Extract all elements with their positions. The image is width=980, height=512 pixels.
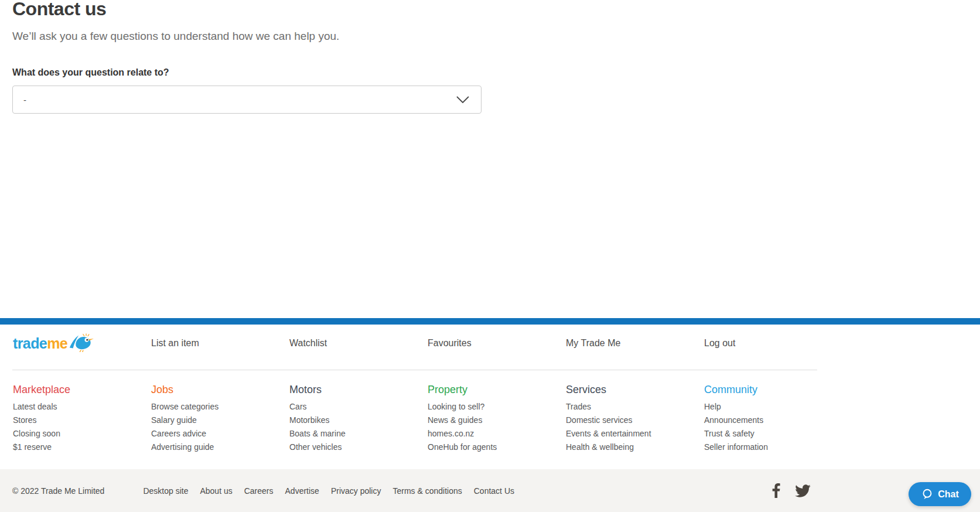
footer-link-boats-marine[interactable]: Boats & marine bbox=[289, 429, 428, 438]
footer-column-heading-property[interactable]: Property bbox=[428, 384, 467, 396]
footer-link-advertising-guide[interactable]: Advertising guide bbox=[151, 443, 289, 451]
footer-column-marketplace: Marketplace Latest deals Stores Closing … bbox=[13, 384, 151, 456]
page-subtitle: We’ll ask you a few questions to underst… bbox=[12, 29, 339, 43]
footer-accent-bar bbox=[0, 318, 980, 325]
footer-link-trades[interactable]: Trades bbox=[566, 402, 704, 411]
kiwi-icon bbox=[67, 334, 94, 352]
footer-nav-my-trade-me[interactable]: My Trade Me bbox=[566, 338, 704, 349]
footer-column-heading-jobs[interactable]: Jobs bbox=[151, 384, 173, 396]
footer-columns: Marketplace Latest deals Stores Closing … bbox=[13, 384, 842, 456]
logo-text-me: me bbox=[47, 334, 67, 352]
footer-link-announcements[interactable]: Announcements bbox=[704, 416, 842, 424]
footer-column-heading-services[interactable]: Services bbox=[566, 384, 606, 396]
footer-nav-favourites[interactable]: Favourites bbox=[428, 338, 566, 349]
footer-column-heading-community[interactable]: Community bbox=[704, 384, 757, 396]
footer: trademe List an item Watchlist Favourite… bbox=[0, 325, 980, 469]
bottom-link-advertise[interactable]: Advertise bbox=[285, 486, 319, 496]
chat-button[interactable]: Chat bbox=[909, 482, 971, 506]
footer-divider bbox=[12, 370, 817, 370]
footer-bottom-bar: © 2022 Trade Me Limited Desktop site Abo… bbox=[0, 469, 980, 512]
footer-nav-log-out[interactable]: Log out bbox=[704, 338, 842, 349]
footer-link-homes-co-nz[interactable]: homes.co.nz bbox=[428, 429, 566, 438]
copyright: © 2022 Trade Me Limited bbox=[12, 486, 104, 496]
footer-column-community: Community Help Announcements Trust & saf… bbox=[704, 384, 842, 456]
chevron-down-icon bbox=[456, 96, 469, 104]
trademe-logo[interactable]: trademe bbox=[13, 334, 151, 352]
footer-link-looking-to-sell[interactable]: Looking to sell? bbox=[428, 402, 566, 411]
footer-link-events-entertainment[interactable]: Events & entertainment bbox=[566, 429, 704, 438]
chat-button-label: Chat bbox=[938, 489, 959, 500]
footer-link-motorbikes[interactable]: Motorbikes bbox=[289, 416, 428, 424]
footer-link-health-wellbeing[interactable]: Health & wellbeing bbox=[566, 443, 704, 451]
chat-bubble-icon bbox=[921, 488, 933, 500]
footer-link-domestic-services[interactable]: Domestic services bbox=[566, 416, 704, 424]
footer-link-browse-categories[interactable]: Browse categories bbox=[151, 402, 289, 411]
footer-link-seller-information[interactable]: Seller information bbox=[704, 443, 842, 451]
facebook-icon[interactable] bbox=[772, 483, 780, 498]
footer-column-jobs: Jobs Browse categories Salary guide Care… bbox=[151, 384, 289, 456]
footer-link-latest-deals[interactable]: Latest deals bbox=[13, 402, 151, 411]
footer-link-news-guides[interactable]: News & guides bbox=[428, 416, 566, 424]
footer-link-onehub-for-agents[interactable]: OneHub for agents bbox=[428, 443, 566, 451]
footer-link-stores[interactable]: Stores bbox=[13, 416, 151, 424]
footer-top-nav: trademe List an item Watchlist Favourite… bbox=[13, 333, 842, 354]
footer-link-salary-guide[interactable]: Salary guide bbox=[151, 416, 289, 424]
question-select[interactable]: - bbox=[12, 86, 482, 114]
bottom-links: Desktop site About us Careers Advertise … bbox=[143, 486, 514, 496]
footer-column-services: Services Trades Domestic services Events… bbox=[566, 384, 704, 456]
footer-link-careers-advice[interactable]: Careers advice bbox=[151, 429, 289, 438]
footer-link-closing-soon[interactable]: Closing soon bbox=[13, 429, 151, 438]
footer-nav-list-an-item[interactable]: List an item bbox=[151, 338, 289, 349]
twitter-icon[interactable] bbox=[795, 484, 811, 497]
footer-column-heading-motors[interactable]: Motors bbox=[289, 384, 322, 396]
footer-column-property: Property Looking to sell? News & guides … bbox=[428, 384, 566, 456]
bottom-link-contact-us[interactable]: Contact Us bbox=[474, 486, 514, 496]
footer-link-1-dollar-reserve[interactable]: $1 reserve bbox=[13, 443, 151, 451]
select-value: - bbox=[23, 95, 26, 105]
bottom-link-desktop-site[interactable]: Desktop site bbox=[143, 486, 188, 496]
main-content: Contact us We’ll ask you a few questions… bbox=[0, 0, 980, 318]
question-label: What does your question relate to? bbox=[12, 66, 169, 79]
footer-link-other-vehicles[interactable]: Other vehicles bbox=[289, 443, 428, 451]
bottom-link-terms-conditions[interactable]: Terms & conditions bbox=[392, 486, 462, 496]
footer-link-trust-safety[interactable]: Trust & safety bbox=[704, 429, 842, 438]
social-links bbox=[772, 483, 811, 498]
bottom-link-careers[interactable]: Careers bbox=[244, 486, 274, 496]
bottom-link-about-us[interactable]: About us bbox=[200, 486, 232, 496]
footer-nav-watchlist[interactable]: Watchlist bbox=[289, 338, 428, 349]
logo-text-trade: trade bbox=[13, 334, 47, 352]
footer-column-motors: Motors Cars Motorbikes Boats & marine Ot… bbox=[289, 384, 428, 456]
page-title: Contact us bbox=[12, 0, 106, 20]
footer-link-help[interactable]: Help bbox=[704, 402, 842, 411]
footer-column-heading-marketplace[interactable]: Marketplace bbox=[13, 384, 70, 396]
bottom-link-privacy-policy[interactable]: Privacy policy bbox=[331, 486, 381, 496]
footer-link-cars[interactable]: Cars bbox=[289, 402, 428, 411]
